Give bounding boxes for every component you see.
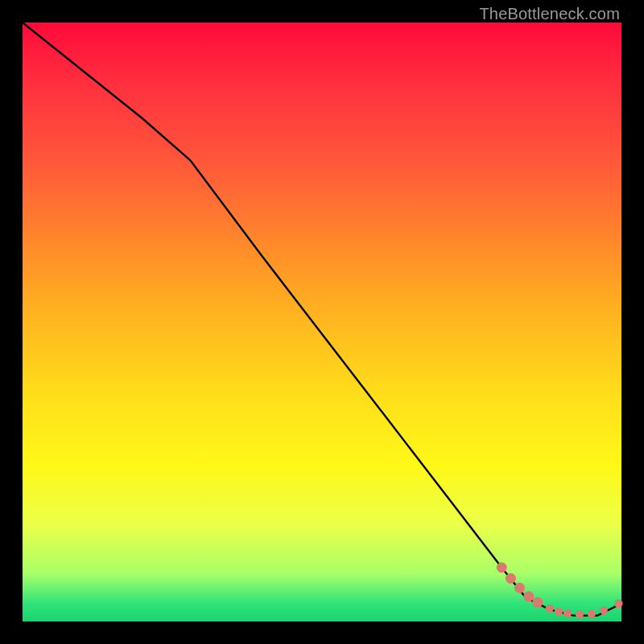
- watermark-text: TheBottleneck.com: [479, 5, 620, 23]
- marker-dot: [514, 583, 525, 593]
- chart-frame: TheBottleneck.com: [0, 0, 644, 644]
- marker-dot: [614, 600, 622, 608]
- marker-dot: [497, 563, 507, 573]
- marker-dot: [600, 606, 608, 614]
- bottleneck-curve-line: [23, 23, 621, 616]
- plot-area: [23, 23, 621, 621]
- marker-dot: [555, 607, 563, 615]
- marker-dot: [523, 591, 534, 601]
- marker-dot: [506, 573, 516, 584]
- marker-group: [497, 563, 623, 619]
- marker-dot: [564, 609, 572, 617]
- marker-dot: [588, 609, 596, 617]
- chart-svg: [23, 23, 621, 621]
- marker-dot: [532, 597, 543, 608]
- marker-dot: [546, 604, 554, 612]
- marker-dot: [576, 610, 584, 618]
